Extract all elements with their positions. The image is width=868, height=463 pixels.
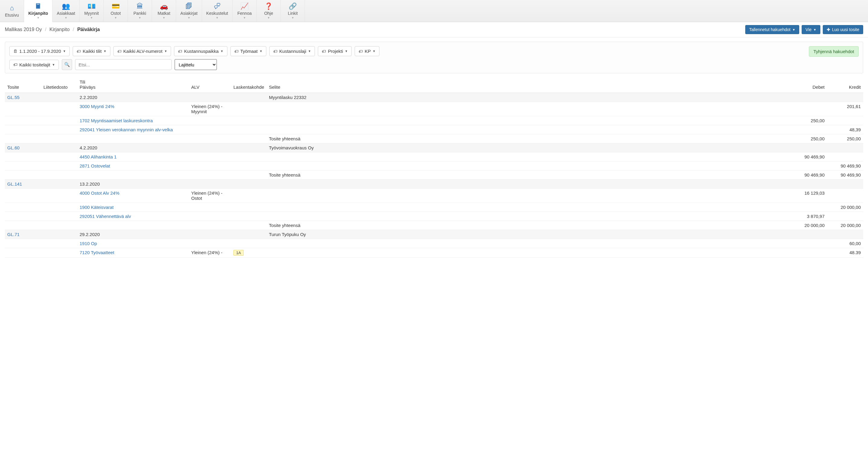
cell-tosite xyxy=(5,171,41,180)
breadcrumb-bar: Mallikas 2019 Oy / Kirjanpito / Päiväkir… xyxy=(0,22,868,37)
cell-tili-link[interactable]: 2871 Ostovelat xyxy=(80,163,110,168)
cell-alv xyxy=(189,239,231,248)
cell-tili-link[interactable]: 1910 Op xyxy=(80,241,97,246)
cell-selite xyxy=(267,203,791,212)
breadcrumb-company[interactable]: Mallikas 2019 Oy xyxy=(5,27,42,32)
accounts-filter[interactable]: 🏷 Kaikki tilit ▼ xyxy=(73,46,110,56)
nav-linkit[interactable]: 🔗Linkit▼ xyxy=(281,0,305,22)
cell-debet: 250,00 xyxy=(791,116,827,125)
cell-tili-link[interactable]: 292051 Vähennettävä alv xyxy=(80,214,131,219)
cell-tosite-link[interactable]: GL.71 xyxy=(7,232,20,237)
caret-down-icon: ▼ xyxy=(63,50,66,53)
myynnit-icon: 💶 xyxy=(88,3,96,10)
cell-tili: 4450 Alihankinta 1 xyxy=(77,152,189,162)
filter-panel: Tyhjennä hakuehdot 🗓 1.1.2020 - 17.9.202… xyxy=(5,42,863,73)
caret-down-icon: ▼ xyxy=(162,16,165,19)
nav-label: Myynnit xyxy=(84,11,99,16)
search-button[interactable]: 🔍 xyxy=(62,59,72,70)
sort-select[interactable]: Lajittelu xyxy=(175,59,217,70)
caret-down-icon: ▼ xyxy=(813,28,816,31)
asiakkaat-icon: 👥 xyxy=(62,3,70,10)
caret-down-icon: ▼ xyxy=(52,63,55,66)
date-range-filter[interactable]: 🗓 1.1.2020 - 17.9.2020 ▼ xyxy=(9,46,70,56)
dimension-badge[interactable]: 1A xyxy=(234,250,244,256)
cell-liite xyxy=(41,212,77,221)
nav-asiakirjat[interactable]: 🗐Asiakirjat▼ xyxy=(176,0,202,22)
voucher-types-filter[interactable]: 🏷 Kaikki tositelajit ▼ xyxy=(9,60,59,70)
breadcrumb-sep: / xyxy=(45,27,46,32)
col-tosite[interactable]: Tosite xyxy=(5,78,41,93)
nav-pankki[interactable]: 🏛Pankki▼ xyxy=(128,0,152,22)
cell-kohde xyxy=(231,125,267,134)
nav-asiakkaat[interactable]: 👥Asiakkaat▼ xyxy=(53,0,80,22)
cell-tosite-link[interactable]: GL.60 xyxy=(7,145,20,150)
clear-filters-button[interactable]: Tyhjennä hakuehdot xyxy=(809,46,859,57)
nav-myynnit[interactable]: 💶Myynnit▼ xyxy=(80,0,104,22)
cell-tosite-link[interactable]: GL.55 xyxy=(7,95,20,100)
nav-label: Keskustelut xyxy=(206,11,228,16)
cell-tosite: GL.141 xyxy=(5,180,41,189)
col-alv[interactable]: ALV xyxy=(189,78,231,93)
kp-filter[interactable]: 🏷 KP ▼ xyxy=(355,46,379,56)
cell-tosite xyxy=(5,239,41,248)
new-voucher-button[interactable]: ✚ Luo uusi tosite xyxy=(823,25,863,34)
cost-type-filter[interactable]: 🏷 Kustannuslaji ▼ xyxy=(269,46,315,56)
col-kohde[interactable]: Laskentakohde xyxy=(231,78,267,93)
table-row: 3000 Myynti 24%Yleinen (24%) - Myynnit20… xyxy=(5,102,863,116)
table-row: 1910 Op60,00 xyxy=(5,239,863,248)
cell-kohde xyxy=(231,116,267,125)
saved-searches-button[interactable]: Tallennetut hakuehdot ▼ xyxy=(745,25,799,34)
table-row: GL.604.2.2020Työvoimavuokraus Oy xyxy=(5,143,863,152)
cell-debet xyxy=(791,102,827,116)
cell-selite: Tosite yhteensä xyxy=(267,171,791,180)
nav-etusivu[interactable]: ⌂Etusivu xyxy=(0,0,24,22)
caret-down-icon: ▼ xyxy=(308,50,311,53)
cell-tosite-link[interactable]: GL.141 xyxy=(7,181,22,186)
caret-down-icon: ▼ xyxy=(138,16,141,19)
col-tili[interactable]: Tili Päiväys xyxy=(77,78,189,93)
vat-label: Kaikki ALV-numerot xyxy=(123,49,162,54)
cell-tili-link[interactable]: 1900 Käteisvarat xyxy=(80,205,114,210)
breadcrumb-module[interactable]: Kirjanpito xyxy=(50,27,70,32)
cell-tili-link[interactable]: 7120 Työvaatteet xyxy=(80,250,114,255)
sites-filter[interactable]: 🏷 Työmaat ▼ xyxy=(230,46,266,56)
col-selite[interactable]: Selite xyxy=(267,78,791,93)
cell-kredit xyxy=(827,180,863,189)
cell-tili-link[interactable]: 4450 Alihankinta 1 xyxy=(80,154,117,160)
tag-icon: 🏷 xyxy=(13,62,18,67)
kp-label: KP xyxy=(365,49,371,54)
col-debet[interactable]: Debet xyxy=(791,78,827,93)
nav-ohje[interactable]: ❓Ohje▼ xyxy=(257,0,281,22)
col-liite[interactable]: Liitetiedosto xyxy=(41,78,77,93)
cell-tili xyxy=(77,134,189,143)
kirjanpito-icon: 🖩 xyxy=(35,3,42,10)
nav-keskustelut[interactable]: 🗪Keskustelut▼ xyxy=(202,0,232,22)
keskustelut-icon: 🗪 xyxy=(214,3,220,10)
cell-debet: 250,00 xyxy=(791,134,827,143)
nav-fennoa[interactable]: 📈Fennoa▼ xyxy=(232,0,257,22)
cell-alv xyxy=(189,230,231,239)
cell-tili-link[interactable]: 1702 Myyntisaamiset laskureskontra xyxy=(80,118,153,123)
cell-tili-link[interactable]: 4000 Ostot Alv 24% xyxy=(80,191,119,196)
project-filter[interactable]: 🏷 Projekti ▼ xyxy=(318,46,352,56)
table-row: 1900 Käteisvarat20 000,00 xyxy=(5,203,863,212)
caret-down-icon: ▼ xyxy=(37,16,39,19)
caret-down-icon: ▼ xyxy=(345,50,348,53)
col-kredit[interactable]: Kredit xyxy=(827,78,863,93)
cell-alv xyxy=(189,180,231,189)
search-input[interactable] xyxy=(75,59,172,70)
cost-center-filter[interactable]: 🏷 Kustannuspaikka ▼ xyxy=(174,46,227,56)
cell-debet xyxy=(791,239,827,248)
nav-kirjanpito[interactable]: 🖩Kirjanpito▼ xyxy=(24,0,53,22)
caret-down-icon: ▼ xyxy=(259,50,262,53)
nav-ostot[interactable]: 💳Ostot▼ xyxy=(104,0,128,22)
export-button[interactable]: Vie ▼ xyxy=(802,25,820,34)
cell-tili-link[interactable]: 292041 Yleisen verokannan myynnin alv-ve… xyxy=(80,127,173,132)
cell-kredit: 201,61 xyxy=(827,102,863,116)
asiakirjat-icon: 🗐 xyxy=(185,3,192,10)
cell-tili-link[interactable]: 3000 Myynti 24% xyxy=(80,104,114,109)
nav-matkat[interactable]: 🚗Matkat▼ xyxy=(152,0,176,22)
cell-tili: 3000 Myynti 24% xyxy=(77,102,189,116)
vat-filter[interactable]: 🏷 Kaikki ALV-numerot ▼ xyxy=(114,46,171,56)
nav-label: Linkit xyxy=(288,11,298,16)
